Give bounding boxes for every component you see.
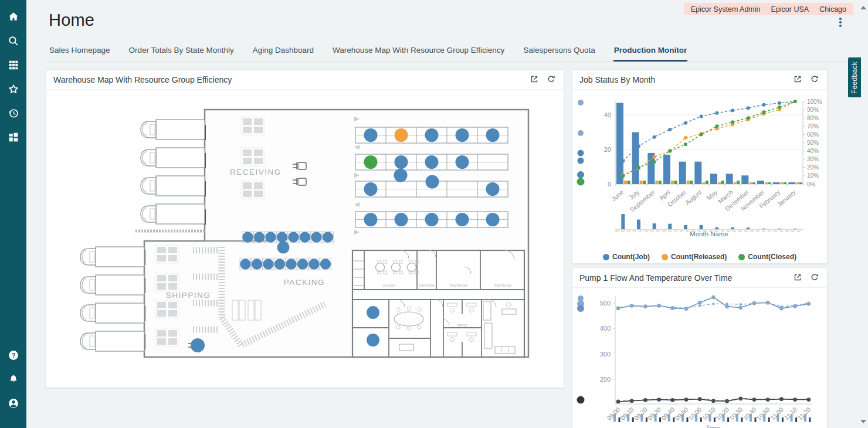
resource-dot-job (364, 213, 378, 226)
resource-dot-closed (364, 155, 378, 169)
resource-dot-job (395, 155, 408, 169)
room-label: RESTROOM (494, 284, 511, 287)
resource-dot-job (486, 213, 500, 226)
resource-dot-job (308, 259, 319, 269)
home-icon[interactable] (6, 9, 21, 25)
svg-text:70%: 70% (807, 123, 819, 130)
resource-dot-job (425, 128, 439, 142)
resource-dot-job (456, 213, 469, 226)
legend-item[interactable]: Count(Released) (662, 253, 727, 261)
svg-text:50%: 50% (807, 140, 819, 146)
resource-dot-job (367, 306, 379, 319)
user-context-bar: Epicor System Admin Epicor USA Chicago (684, 3, 853, 15)
svg-text:?: ? (11, 352, 15, 359)
pump-panel: Pump 1 Flow And Temperature Over Time 20… (572, 267, 828, 428)
svg-text:40: 40 (604, 111, 611, 118)
current-site[interactable]: Chicago (819, 5, 846, 13)
resource-dot-job (252, 259, 262, 269)
resource-dot-job (486, 128, 500, 142)
resource-dot-job (277, 232, 287, 242)
overflow-menu-icon[interactable] (836, 18, 845, 30)
pump-chart: 20030040050009:0009:1009:2009:3009:4009:… (572, 288, 827, 428)
svg-text:10%: 10% (807, 172, 819, 179)
svg-text:20: 20 (604, 146, 611, 153)
notifications-bell-icon[interactable] (6, 372, 21, 387)
resource-dot-job (242, 232, 253, 242)
apps-grid-icon[interactable] (6, 57, 21, 73)
svg-text:0%: 0% (807, 181, 816, 188)
svg-text:June: June (610, 188, 625, 202)
resource-dot-job (456, 128, 469, 142)
legend-item[interactable]: Count(Job) (603, 253, 650, 261)
area-label: RECEIVING (230, 168, 282, 176)
svg-text:80%: 80% (807, 115, 819, 121)
warehouse-floorplan: RECEIVINGSHIPPINGPACKINGLOUNGEJANITORIAL… (46, 90, 564, 386)
resource-dot-job (425, 155, 439, 169)
refresh-icon[interactable] (810, 74, 820, 84)
favorites-star-icon[interactable] (6, 81, 21, 97)
area-label: PACKING (284, 278, 325, 287)
user-account-icon[interactable] (6, 396, 21, 411)
current-user[interactable]: Epicor System Admin (691, 5, 761, 13)
truck (141, 148, 205, 168)
pump-panel-title: Pump 1 Flow And Temperature Over Time (579, 273, 786, 283)
resource-dot-job (297, 259, 308, 269)
resource-dot-job (274, 259, 285, 269)
scrollbar-down-arrow[interactable] (860, 420, 866, 423)
legend-label: Count(Released) (671, 253, 727, 261)
tab-order-totals-by-state-monthly[interactable]: Order Totals By State Monthly (128, 43, 235, 62)
job-status-panel: Job Status By Month 020400%10%20%30%40%5… (572, 69, 828, 264)
svg-text:200: 200 (600, 376, 611, 383)
resource-dot-job (364, 128, 378, 142)
resource-dot-job (425, 213, 439, 226)
feedback-tab[interactable]: Feedback (848, 57, 861, 97)
warehouse-panel-title: Warehouse Map With Resource Group Effici… (53, 75, 523, 84)
refresh-icon[interactable] (810, 273, 820, 283)
job-panel-title: Job Status By Month (579, 75, 786, 84)
svg-text:August: August (684, 188, 703, 206)
resource-dot-job (288, 232, 299, 242)
svg-text:500: 500 (600, 300, 611, 307)
area-label: SHIPPING (166, 291, 211, 300)
legend-dot (662, 254, 668, 260)
room-label: OFFICE (457, 324, 468, 327)
truck (80, 247, 144, 267)
open-in-new-icon[interactable] (530, 74, 540, 84)
truck (80, 275, 144, 295)
job-status-chart: 020400%10%20%30%40%50%60%70%80%90%100%Ju… (572, 90, 827, 246)
resource-dot-job (426, 175, 439, 189)
resource-dot-job (367, 334, 379, 347)
resource-dot-job (265, 232, 276, 242)
svg-text:Month Name: Month Name (690, 230, 728, 237)
tab-sales-homepage[interactable]: Sales Homepage (49, 43, 111, 62)
scrollbar-up-arrow[interactable] (860, 6, 866, 9)
svg-text:100%: 100% (807, 98, 822, 105)
current-company[interactable]: Epicor USA (771, 5, 809, 13)
refresh-icon[interactable] (547, 74, 557, 84)
dashboard-tiles-icon[interactable] (6, 130, 21, 145)
svg-text:Time: Time (706, 424, 720, 428)
tab-aging-dashboard[interactable]: Aging Dashboard (252, 43, 314, 62)
tab-salespersons-quota[interactable]: Salespersons Quota (523, 43, 595, 62)
open-in-new-icon[interactable] (793, 273, 803, 283)
job-chart-legend: Count(Job)Count(Released)Count(Closed) (572, 248, 827, 266)
resource-dot-job (240, 259, 250, 269)
legend-item[interactable]: Count(Closed) (738, 253, 796, 261)
resource-dot-job (320, 259, 331, 269)
resource-dot-job (191, 338, 205, 352)
tab-warehouse-map-with-resource-group-efficiency[interactable]: Warehouse Map With Resource Group Effici… (332, 43, 505, 62)
tab-production-monitor[interactable]: Production Monitor (613, 43, 687, 62)
help-icon[interactable]: ? (6, 348, 21, 363)
open-in-new-icon[interactable] (793, 74, 803, 84)
search-icon[interactable] (6, 33, 21, 49)
resource-dot-job (300, 232, 310, 242)
warehouse-map-panel: Warehouse Map With Resource Group Effici… (46, 69, 564, 388)
truck (80, 303, 144, 323)
truck (141, 120, 205, 140)
main-area: Epicor System Admin Epicor USA Chicago H… (26, 0, 868, 428)
legend-label: Count(Job) (612, 253, 650, 261)
legend-dot (603, 254, 609, 260)
resource-dot-job (394, 169, 408, 182)
resource-dot-job (263, 259, 273, 269)
history-icon[interactable] (6, 106, 21, 121)
